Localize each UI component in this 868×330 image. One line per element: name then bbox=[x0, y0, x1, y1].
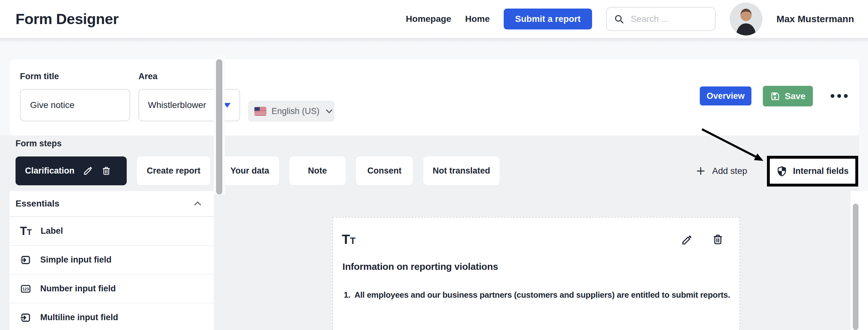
save-button-label: Save bbox=[785, 91, 805, 101]
step-not-translated[interactable]: Not translated bbox=[423, 157, 500, 185]
palette-item-label[interactable]: TT Label bbox=[9, 217, 214, 246]
search-icon bbox=[614, 13, 624, 24]
essentials-group-title: Essentials bbox=[16, 199, 60, 209]
step-clarification-active[interactable]: Clarification bbox=[16, 157, 127, 185]
header-shadow bbox=[0, 38, 868, 43]
internal-fields-button[interactable]: Internal fields bbox=[770, 159, 855, 184]
field-palette-sidebar: Essentials TT Label Simpl bbox=[9, 191, 214, 330]
language-selected-value: English (US) bbox=[272, 106, 320, 116]
submit-report-button[interactable]: Submit a report bbox=[504, 8, 592, 29]
user-name: Max Mustermann bbox=[776, 13, 854, 24]
form-settings-panel: Form title Area Whistlerblower English (… bbox=[9, 59, 859, 136]
search-box bbox=[606, 7, 716, 31]
canvas-scrollbar-thumb[interactable] bbox=[853, 204, 859, 330]
delete-block-button[interactable] bbox=[712, 233, 724, 245]
palette-item-simple-input[interactable]: Simple input field bbox=[9, 246, 214, 274]
input-icon bbox=[20, 312, 31, 323]
language-selector[interactable]: English (US) bbox=[248, 101, 335, 122]
chevron-up-icon bbox=[193, 199, 203, 208]
designer-area: Form steps Clarification Create report Y… bbox=[0, 136, 859, 330]
internal-fields-label: Internal fields bbox=[793, 166, 849, 176]
sidebar-scrollbar-thumb[interactable] bbox=[216, 59, 222, 194]
form-title-field-wrap bbox=[20, 89, 130, 121]
palette-item-multiline-input[interactable]: Multiline input field bbox=[9, 303, 214, 330]
step-note[interactable]: Note bbox=[289, 157, 346, 185]
nav-homepage[interactable]: Homepage bbox=[406, 14, 451, 24]
plus-icon bbox=[696, 166, 706, 176]
page-title: Form Designer bbox=[16, 10, 119, 28]
form-title-input[interactable] bbox=[29, 100, 121, 110]
avatar[interactable] bbox=[730, 3, 763, 35]
input-icon bbox=[20, 254, 31, 266]
header-right: Homepage Home Submit a report bbox=[406, 3, 854, 35]
step-your-data[interactable]: Your data bbox=[220, 157, 279, 185]
more-options-button[interactable] bbox=[831, 94, 848, 98]
palette-item-number-input[interactable]: 123 Number input field bbox=[9, 274, 214, 303]
search-input[interactable] bbox=[630, 13, 708, 24]
list-item-marker: 1. bbox=[344, 288, 351, 302]
overview-button[interactable]: Overview bbox=[700, 87, 751, 105]
add-step-button[interactable]: Add step bbox=[696, 157, 747, 185]
form-title-label: Form title bbox=[20, 72, 59, 81]
sidebar-scrollbar bbox=[214, 56, 225, 194]
area-selected-value: Whistlerblower bbox=[148, 100, 206, 110]
svg-text:123: 123 bbox=[23, 287, 29, 291]
step-consent[interactable]: Consent bbox=[356, 157, 413, 185]
edit-block-button[interactable] bbox=[681, 234, 693, 246]
ellipsis-icon bbox=[831, 94, 834, 98]
edit-step-button[interactable] bbox=[83, 166, 93, 176]
header: Form Designer Homepage Home Submit a rep… bbox=[0, 0, 868, 38]
annotation-highlight-box: Internal fields bbox=[767, 156, 858, 187]
form-block-card[interactable]: TT Information on reporting violations 1… bbox=[332, 217, 740, 330]
step-create-report[interactable]: Create report bbox=[137, 157, 210, 185]
add-step-label: Add step bbox=[712, 166, 747, 176]
canvas-scrollbar bbox=[850, 191, 868, 330]
block-ordered-list: 1. All employees and our business partne… bbox=[344, 288, 733, 302]
step-label: Clarification bbox=[25, 166, 74, 176]
save-icon bbox=[770, 91, 780, 101]
form-designer-screen: Form Designer Homepage Home Submit a rep… bbox=[0, 0, 868, 330]
form-steps-label: Form steps bbox=[16, 139, 62, 148]
essentials-group-header[interactable]: Essentials bbox=[9, 191, 214, 217]
save-button[interactable]: Save bbox=[763, 86, 813, 106]
list-item-text: All employees and our business partners … bbox=[354, 288, 733, 302]
chevron-down-icon bbox=[325, 107, 334, 116]
area-label: Area bbox=[138, 72, 157, 81]
text-format-icon: TT bbox=[342, 233, 355, 246]
us-flag-icon bbox=[254, 107, 267, 116]
delete-step-button[interactable] bbox=[101, 166, 111, 176]
block-heading: Information on reporting violations bbox=[342, 261, 498, 272]
number-input-icon: 123 bbox=[20, 283, 31, 295]
text-format-icon: TT bbox=[20, 226, 32, 237]
nav-home[interactable]: Home bbox=[465, 14, 490, 24]
shield-icon bbox=[776, 166, 787, 177]
